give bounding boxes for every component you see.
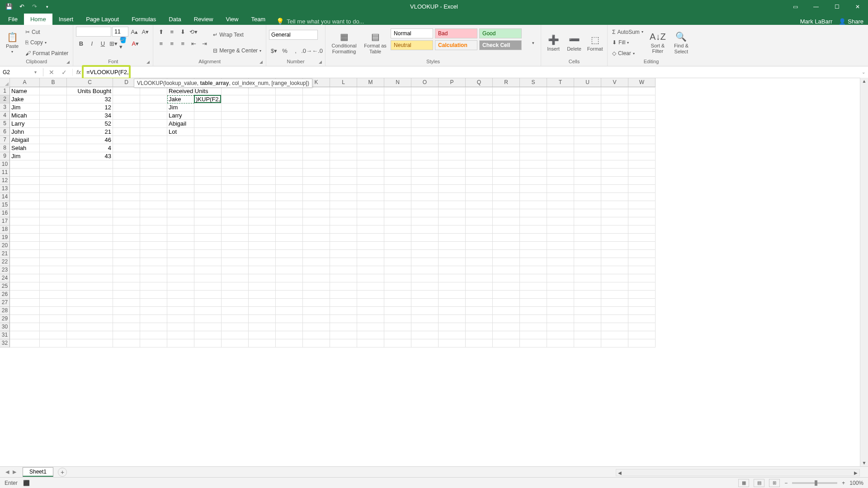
cell-Q22[interactable] xyxy=(466,258,493,266)
cell-Q30[interactable] xyxy=(466,323,493,331)
cell-W26[interactable] xyxy=(628,291,656,299)
cell-M14[interactable] xyxy=(357,193,384,201)
cell-P27[interactable] xyxy=(439,299,466,307)
cell-J14[interactable] xyxy=(276,193,303,201)
macro-record-icon[interactable]: ⬛ xyxy=(23,480,30,486)
row-header[interactable]: 17 xyxy=(0,217,10,225)
cell-C1[interactable]: Units Bought xyxy=(67,87,113,95)
cell-V11[interactable] xyxy=(601,169,628,177)
cell-D21[interactable] xyxy=(113,250,140,258)
cell-O28[interactable] xyxy=(411,307,439,315)
cell-U14[interactable] xyxy=(574,193,601,201)
cell-I13[interactable] xyxy=(249,185,276,193)
cell-I23[interactable] xyxy=(249,266,276,274)
cell-P16[interactable] xyxy=(439,209,466,217)
cell-T17[interactable] xyxy=(547,217,574,225)
cell-C11[interactable] xyxy=(67,169,113,177)
cell-L5[interactable] xyxy=(330,120,357,128)
cell-D20[interactable] xyxy=(113,242,140,250)
cell-C28[interactable] xyxy=(67,307,113,315)
cell-K31[interactable] xyxy=(303,331,330,339)
cell-J16[interactable] xyxy=(276,209,303,217)
cell-T14[interactable] xyxy=(547,193,574,201)
cell-J13[interactable] xyxy=(276,185,303,193)
cell-K28[interactable] xyxy=(303,307,330,315)
cell-C32[interactable] xyxy=(67,339,113,347)
dialog-launcher-icon[interactable]: ◢ xyxy=(319,60,324,65)
cell-E27[interactable] xyxy=(140,299,167,307)
cell-R9[interactable] xyxy=(493,152,520,160)
cell-G29[interactable] xyxy=(194,315,222,323)
cell-A17[interactable] xyxy=(10,217,40,225)
cell-U20[interactable] xyxy=(574,242,601,250)
row-header[interactable]: 9 xyxy=(0,152,10,160)
cell-I4[interactable] xyxy=(249,112,276,120)
cell-V15[interactable] xyxy=(601,201,628,209)
cell-D22[interactable] xyxy=(113,258,140,266)
cell-H28[interactable] xyxy=(222,307,249,315)
cell-J26[interactable] xyxy=(276,291,303,299)
cell-V31[interactable] xyxy=(601,331,628,339)
cell-I16[interactable] xyxy=(249,209,276,217)
cell-D7[interactable] xyxy=(113,136,140,144)
cell-E7[interactable] xyxy=(140,136,167,144)
cell-C2[interactable]: 32 xyxy=(67,95,113,103)
spreadsheet-grid[interactable]: ABCDEFGHIJKLMNOPQRSTUVW 1234567891011121… xyxy=(0,78,868,404)
cell-W4[interactable] xyxy=(628,112,656,120)
decrease-decimal-icon[interactable]: ←.0 xyxy=(312,46,322,56)
cell-Q17[interactable] xyxy=(466,217,493,225)
cell-D2[interactable] xyxy=(113,95,140,103)
cell-R29[interactable] xyxy=(493,315,520,323)
cell-G12[interactable] xyxy=(194,177,222,185)
cell-W19[interactable] xyxy=(628,234,656,242)
cell-G17[interactable] xyxy=(194,217,222,225)
cell-G28[interactable] xyxy=(194,307,222,315)
cell-K10[interactable] xyxy=(303,160,330,169)
cell-W15[interactable] xyxy=(628,201,656,209)
cell-N6[interactable] xyxy=(384,128,411,136)
cell-D14[interactable] xyxy=(113,193,140,201)
cell-M2[interactable] xyxy=(357,95,384,103)
cell-S31[interactable] xyxy=(520,331,547,339)
cell-L11[interactable] xyxy=(330,169,357,177)
cell-J5[interactable] xyxy=(276,120,303,128)
cell-L6[interactable] xyxy=(330,128,357,136)
cell-D11[interactable] xyxy=(113,169,140,177)
cell-V32[interactable] xyxy=(601,339,628,347)
cell-Q3[interactable] xyxy=(466,103,493,112)
cell-B27[interactable] xyxy=(40,299,67,307)
cell-U28[interactable] xyxy=(574,307,601,315)
cell-V8[interactable] xyxy=(601,144,628,152)
cell-N23[interactable] xyxy=(384,266,411,274)
cell-N16[interactable] xyxy=(384,209,411,217)
cell-L17[interactable] xyxy=(330,217,357,225)
cell-N15[interactable] xyxy=(384,201,411,209)
row-header[interactable]: 5 xyxy=(0,120,10,128)
cell-V12[interactable] xyxy=(601,177,628,185)
row-header[interactable]: 28 xyxy=(0,307,10,315)
cell-J31[interactable] xyxy=(276,331,303,339)
cell-A1[interactable]: Name xyxy=(10,87,40,95)
underline-button[interactable]: U xyxy=(98,38,108,48)
cell-F14[interactable] xyxy=(167,193,194,201)
cell-N13[interactable] xyxy=(384,185,411,193)
cell-E13[interactable] xyxy=(140,185,167,193)
cell-O25[interactable] xyxy=(411,282,439,291)
cell-B19[interactable] xyxy=(40,234,67,242)
cell-Q11[interactable] xyxy=(466,169,493,177)
cell-I22[interactable] xyxy=(249,258,276,266)
column-header[interactable]: U xyxy=(574,78,601,87)
cell-K8[interactable] xyxy=(303,144,330,152)
cell-M22[interactable] xyxy=(357,258,384,266)
cell-M4[interactable] xyxy=(357,112,384,120)
cell-H11[interactable] xyxy=(222,169,249,177)
cell-N10[interactable] xyxy=(384,160,411,169)
cell-M8[interactable] xyxy=(357,144,384,152)
cell-M16[interactable] xyxy=(357,209,384,217)
cell-K22[interactable] xyxy=(303,258,330,266)
cell-R28[interactable] xyxy=(493,307,520,315)
cell-M1[interactable] xyxy=(357,87,384,95)
cell-M7[interactable] xyxy=(357,136,384,144)
cell-H15[interactable] xyxy=(222,201,249,209)
cell-K9[interactable] xyxy=(303,152,330,160)
